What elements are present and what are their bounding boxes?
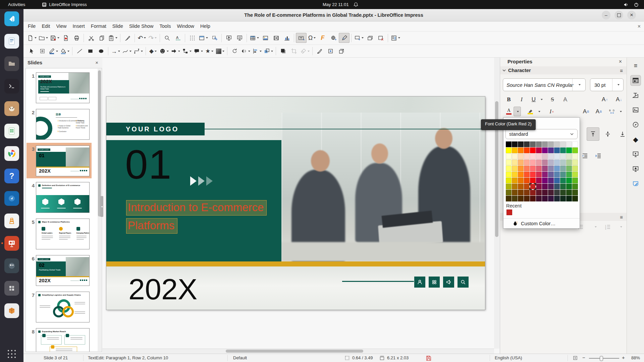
color-swatch[interactable]: [530, 154, 536, 159]
color-swatch[interactable]: [536, 141, 542, 147]
rotate-button[interactable]: [229, 46, 240, 56]
color-swatch[interactable]: [524, 147, 530, 153]
insert-text-box-button[interactable]: [296, 33, 307, 43]
bold-button[interactable]: B: [503, 95, 514, 104]
font-color-dropdown-open[interactable]: [514, 107, 521, 116]
color-swatch[interactable]: [572, 190, 578, 195]
color-swatch[interactable]: [518, 160, 524, 165]
color-swatch[interactable]: [566, 172, 572, 177]
palette-select[interactable]: standard: [505, 129, 578, 139]
slide-thumbnail-3-selected[interactable]: YOUR LOGO 01 202X: [36, 145, 90, 176]
color-swatch[interactable]: [530, 141, 536, 147]
color-swatch[interactable]: [542, 166, 548, 171]
dock-item-gimp[interactable]: [4, 258, 19, 273]
color-swatch[interactable]: [554, 184, 560, 189]
tab-gallery[interactable]: [630, 105, 641, 115]
color-swatch[interactable]: [566, 178, 572, 183]
color-swatch[interactable]: [542, 190, 548, 195]
slide-thumbnail-2[interactable]: 目录 1 Introduction to E-commerce Platform…: [36, 109, 90, 140]
delete-slide-button[interactable]: [375, 33, 386, 43]
activities-button[interactable]: Activities: [5, 0, 29, 9]
shadow-button[interactable]: A: [560, 95, 571, 104]
color-swatch[interactable]: [536, 184, 542, 189]
color-swatch[interactable]: [512, 160, 518, 165]
insert-image-button[interactable]: [260, 33, 271, 43]
color-swatch[interactable]: [572, 196, 578, 201]
new-slide-button[interactable]: [353, 33, 365, 43]
display-views-button[interactable]: [198, 33, 209, 43]
line-color-button[interactable]: [48, 46, 59, 56]
superscript-button[interactable]: AB: [581, 107, 591, 116]
color-swatch[interactable]: [548, 196, 554, 201]
show-applications-button[interactable]: [8, 350, 16, 358]
color-swatch[interactable]: [524, 178, 530, 183]
fit-slide-icon[interactable]: [573, 356, 578, 360]
tab-slide-transition[interactable]: [630, 149, 641, 160]
color-swatch[interactable]: [506, 141, 512, 147]
clone-formatting-button[interactable]: [122, 33, 133, 43]
color-swatch[interactable]: [572, 154, 578, 159]
dock-item-help[interactable]: ?: [4, 169, 19, 183]
color-swatch[interactable]: [542, 154, 548, 159]
color-swatch[interactable]: [566, 141, 572, 147]
ordered-list-dropdown[interactable]: [615, 222, 626, 232]
zoom-pan-button[interactable]: [37, 46, 48, 56]
color-swatch[interactable]: [560, 160, 566, 165]
slide-thumbnail-6[interactable]: YOUR LOGO 02 Facilitating Global Trade 2…: [36, 255, 90, 286]
image-filter-button[interactable]: [299, 46, 311, 56]
font-color-button[interactable]: A: [503, 107, 514, 116]
color-swatch[interactable]: [566, 166, 572, 171]
color-swatch[interactable]: [524, 141, 530, 147]
color-swatch[interactable]: [554, 141, 560, 147]
tab-styles[interactable]: [630, 90, 641, 101]
rectangle-tool-button[interactable]: [85, 46, 96, 56]
menu-window[interactable]: Window: [174, 21, 197, 31]
snap-guides-button[interactable]: [209, 33, 220, 43]
menu-tools[interactable]: Tools: [157, 21, 174, 31]
insert-special-char-button[interactable]: Ω: [307, 33, 317, 43]
character-section-header[interactable]: Character ≡: [500, 66, 627, 74]
year-text[interactable]: 202X: [128, 275, 198, 304]
print-button[interactable]: [71, 33, 82, 43]
tab-master-slides[interactable]: [630, 178, 641, 189]
menu-slideshow[interactable]: Slide Show: [126, 21, 157, 31]
color-swatch[interactable]: [518, 141, 524, 147]
dock-item-remmina[interactable]: [4, 191, 19, 206]
color-swatch[interactable]: [506, 196, 512, 201]
system-status-menu[interactable]: [620, 0, 642, 9]
color-swatch[interactable]: [530, 172, 536, 177]
spelling-button[interactable]: A: [172, 33, 183, 43]
color-swatch[interactable]: [518, 166, 524, 171]
color-swatch[interactable]: [542, 147, 548, 153]
close-window-button[interactable]: ×: [627, 11, 636, 19]
dock-item-package[interactable]: [4, 303, 19, 318]
menu-insert[interactable]: Insert: [70, 21, 88, 31]
color-swatch[interactable]: [518, 154, 524, 159]
font-size-combobox[interactable]: 30 pt: [590, 78, 624, 91]
color-swatch[interactable]: [506, 190, 512, 195]
dock-item-terminal[interactable]: [4, 79, 19, 94]
color-swatch[interactable]: [566, 160, 572, 165]
slides-panel-close-icon[interactable]: ×: [95, 60, 98, 65]
slide-thumbnail-1[interactable]: YOUR LOGO 202X The Role of E-commerce Pl…: [36, 72, 90, 103]
clock-menu[interactable]: May 22 11:01: [319, 0, 362, 9]
color-swatch[interactable]: [512, 184, 518, 189]
color-swatch[interactable]: [560, 166, 566, 171]
color-swatch[interactable]: [548, 190, 554, 195]
basic-shapes-button[interactable]: ◆: [148, 46, 158, 56]
color-swatch[interactable]: [530, 190, 536, 195]
dock-item-libreoffice-writer[interactable]: [4, 34, 19, 49]
dock-item-files[interactable]: [4, 56, 19, 71]
italic-button[interactable]: I: [516, 95, 527, 104]
ordered-list-button[interactable]: 123: [603, 222, 613, 232]
tab-properties[interactable]: [630, 75, 641, 86]
slide-layout-button[interactable]: [390, 33, 401, 43]
connector-tool-button[interactable]: [132, 46, 144, 56]
zoom-in-button[interactable]: +: [622, 355, 625, 360]
color-swatch[interactable]: [548, 172, 554, 177]
font-name-combobox[interactable]: Source Han Sans CN Regular: [503, 78, 586, 91]
color-swatch[interactable]: [572, 172, 578, 177]
color-swatch[interactable]: [548, 154, 554, 159]
color-swatch[interactable]: [548, 160, 554, 165]
color-swatch[interactable]: [560, 178, 566, 183]
